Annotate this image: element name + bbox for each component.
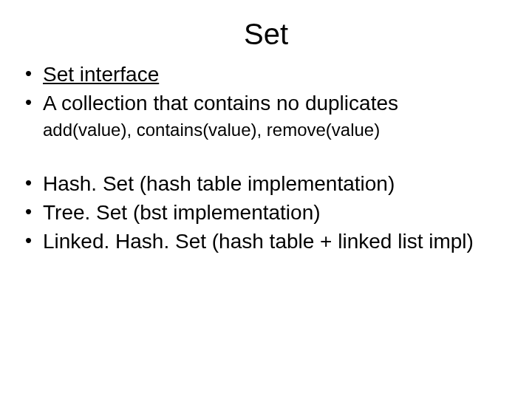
- bullet-item-set-interface: Set interface: [22, 61, 510, 87]
- spacer: [22, 147, 510, 168]
- slide-title: Set: [0, 0, 532, 58]
- set-interface-link[interactable]: Set interface: [43, 63, 159, 86]
- slide-content: Set interface A collection that contains…: [0, 61, 532, 254]
- bullet-list: Set interface A collection that contains…: [22, 61, 510, 116]
- bullet-list-implementations: Hash. Set (hash table implementation) Tr…: [22, 171, 510, 254]
- bullet-item-linkedhashset: Linked. Hash. Set (hash table + linked l…: [22, 228, 510, 254]
- sub-item-methods: add(value), contains(value), remove(valu…: [22, 119, 510, 141]
- slide: Set Set interface A collection that cont…: [0, 0, 532, 399]
- bullet-item-treeset: Tree. Set (bst implementation): [22, 200, 510, 225]
- bullet-item-description: A collection that contains no duplicates: [22, 90, 510, 116]
- bullet-item-hashset: Hash. Set (hash table implementation): [22, 171, 510, 197]
